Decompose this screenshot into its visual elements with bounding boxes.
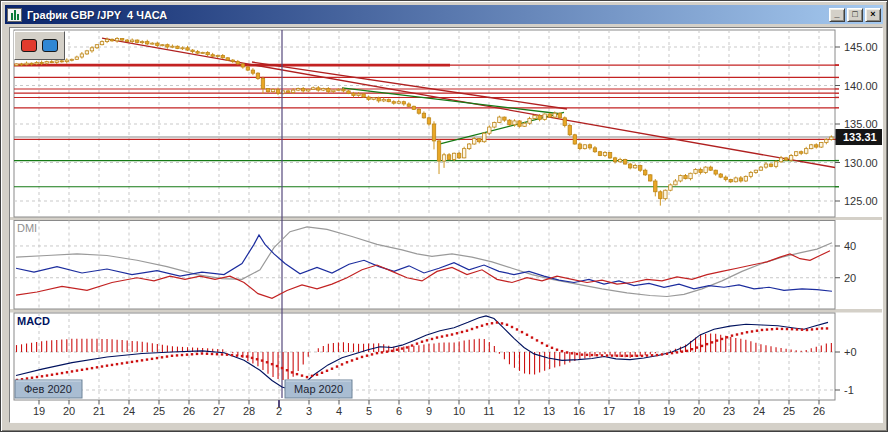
candlestick-chart-icon bbox=[7, 8, 22, 22]
chart-client-area: DMIMACDФев 2020Мар 2020145.00140.00135.0… bbox=[9, 27, 883, 423]
svg-text:Мар 2020: Мар 2020 bbox=[294, 383, 343, 395]
svg-text:Фев 2020: Фев 2020 bbox=[24, 383, 72, 395]
svg-text:9: 9 bbox=[426, 405, 432, 417]
svg-text:26: 26 bbox=[813, 405, 825, 417]
red-square-button[interactable] bbox=[21, 39, 37, 52]
svg-text:28: 28 bbox=[243, 405, 255, 417]
svg-text:3: 3 bbox=[306, 405, 312, 417]
month-marker: Фев 2020 bbox=[15, 380, 82, 398]
svg-text:25: 25 bbox=[783, 405, 795, 417]
svg-text:19: 19 bbox=[33, 405, 45, 417]
svg-text:-1: -1 bbox=[844, 384, 854, 396]
svg-text:145.00: 145.00 bbox=[844, 41, 878, 53]
svg-text:19: 19 bbox=[663, 405, 675, 417]
svg-text:18: 18 bbox=[633, 405, 645, 417]
svg-text:21: 21 bbox=[93, 405, 105, 417]
svg-text:26: 26 bbox=[183, 405, 195, 417]
svg-text:17: 17 bbox=[603, 405, 615, 417]
svg-text:20: 20 bbox=[844, 272, 856, 284]
macd-label: MACD bbox=[17, 315, 50, 327]
chart-canvas[interactable]: DMIMACDФев 2020Мар 2020145.00140.00135.0… bbox=[10, 28, 882, 422]
window-title: График GBP /JPY 4 ЧАСА bbox=[27, 9, 827, 21]
svg-text:130.00: 130.00 bbox=[844, 157, 878, 169]
minimize-button[interactable]: _ bbox=[829, 8, 845, 22]
close-button[interactable]: × bbox=[865, 8, 881, 22]
svg-text:27: 27 bbox=[213, 405, 225, 417]
svg-text:+0: +0 bbox=[844, 346, 857, 358]
svg-text:5: 5 bbox=[366, 405, 372, 417]
svg-text:125.00: 125.00 bbox=[844, 195, 878, 207]
svg-text:20: 20 bbox=[693, 405, 705, 417]
svg-text:20: 20 bbox=[63, 405, 75, 417]
maximize-button[interactable]: □ bbox=[847, 8, 863, 22]
svg-text:24: 24 bbox=[123, 405, 135, 417]
svg-text:140.00: 140.00 bbox=[844, 80, 878, 92]
svg-text:13: 13 bbox=[543, 405, 555, 417]
svg-text:2: 2 bbox=[276, 405, 282, 417]
current-price-box: 133.31 bbox=[836, 129, 883, 145]
dmi-label: DMI bbox=[17, 222, 37, 234]
svg-text:16: 16 bbox=[573, 405, 585, 417]
svg-text:24: 24 bbox=[753, 405, 765, 417]
svg-text:135.00: 135.00 bbox=[844, 118, 878, 130]
time-axis: 1920212425262728234569101112131617181920… bbox=[33, 400, 825, 417]
svg-text:25: 25 bbox=[153, 405, 165, 417]
blue-square-button[interactable] bbox=[42, 39, 58, 52]
panel-separator bbox=[10, 217, 882, 221]
month-marker: Мар 2020 bbox=[285, 380, 352, 398]
panel-separator bbox=[10, 309, 882, 313]
svg-text:23: 23 bbox=[723, 405, 735, 417]
svg-text:11: 11 bbox=[483, 405, 494, 417]
chart-toolbar bbox=[14, 31, 65, 60]
svg-text:4: 4 bbox=[336, 405, 342, 417]
svg-text:6: 6 bbox=[396, 405, 402, 417]
chart-window: График GBP /JPY 4 ЧАСА _ □ × DMIMACDФев … bbox=[0, 0, 888, 432]
svg-text:10: 10 bbox=[453, 405, 465, 417]
titlebar[interactable]: График GBP /JPY 4 ЧАСА _ □ × bbox=[5, 5, 883, 24]
svg-text:12: 12 bbox=[513, 405, 525, 417]
svg-text:133.31: 133.31 bbox=[843, 131, 877, 143]
svg-text:40: 40 bbox=[844, 240, 856, 252]
